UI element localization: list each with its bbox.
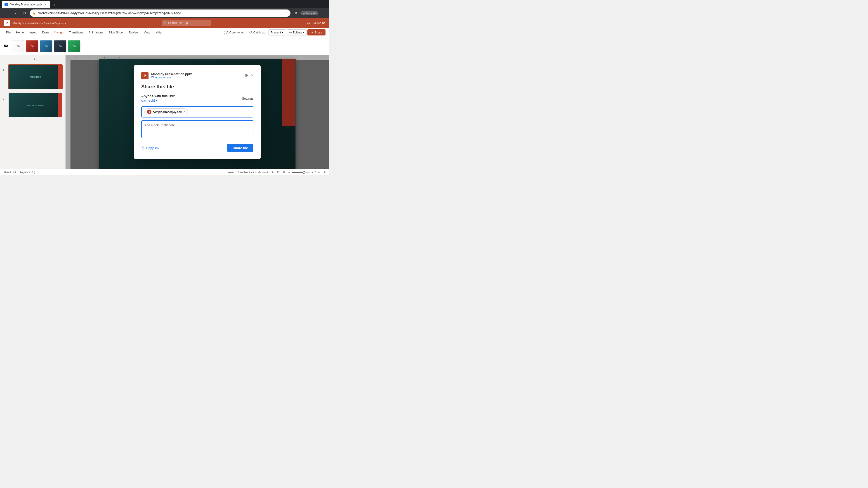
theme-gallery: Aa Aa Aa Aa Aa <box>12 40 81 52</box>
zoom-plus-button[interactable]: + <box>312 171 313 174</box>
share-modal: P Moodjoy Presentation.pptx Who can acce… <box>134 65 260 159</box>
bookmark-icon[interactable]: ☆ <box>285 11 288 15</box>
lock-icon: 🔒 <box>33 11 36 15</box>
modal-app-icon: P <box>141 72 149 79</box>
menu-home[interactable]: Home <box>14 30 26 35</box>
zoom-controls: − + 61% <box>288 171 320 174</box>
zoom-minus-button[interactable]: − <box>288 171 290 174</box>
modal-link-row: Anyone with this link: can edit ▾ Settin… <box>141 94 253 103</box>
incognito-icon: 🕵 <box>302 12 305 15</box>
slide-2-red-dot <box>59 95 61 97</box>
ppt-settings-icon[interactable]: ⚙ <box>307 21 310 25</box>
copy-link-button[interactable]: ⛓ Copy link <box>141 146 159 150</box>
fit-to-window-icon[interactable]: ⊞ <box>323 171 326 174</box>
theme-tile-3[interactable]: Aa <box>40 40 53 52</box>
forward-button[interactable]: › <box>12 9 19 17</box>
new-tab-button[interactable]: + <box>51 2 57 8</box>
theme-tile-4[interactable]: Aa <box>54 40 66 52</box>
save-chevron[interactable]: ▾ <box>65 22 66 25</box>
editor-area: 3 4 5 6 P Moodjoy Presentation.pptx <box>66 55 329 169</box>
address-bar-row: ‹ › ↻ 🔒 dropbox.com/scl/fi/ds8xk05ovlyty… <box>0 8 329 18</box>
notes-button[interactable]: Notes <box>227 171 234 174</box>
menu-file[interactable]: File <box>4 30 13 35</box>
font-preview-label: Aa <box>4 44 8 48</box>
ppt-search-bar[interactable]: 🔍 Search (Alt + Q) <box>162 20 211 26</box>
ppt-main-content: ⊞ 1 Moodjoy 2 <box>0 55 329 169</box>
recipient-remove-button[interactable]: × <box>184 110 185 113</box>
slide-panel: ⊞ 1 Moodjoy 2 <box>0 55 66 169</box>
panel-collapse-icon[interactable]: ⊞ <box>33 58 35 61</box>
slide-info: Slide 1 of 2 <box>4 171 16 174</box>
copy-link-icon: ⛓ <box>141 146 145 150</box>
note-textarea[interactable] <box>141 120 253 138</box>
modal-permission-dropdown[interactable]: can edit ▾ <box>141 98 175 103</box>
slide-2-red-bar <box>58 93 62 117</box>
powerpoint-app: P Moodjoy Presentation - Saved to Dropbo… <box>0 18 329 175</box>
share-label: Share <box>314 31 322 34</box>
share-file-button[interactable]: Share file <box>227 144 253 152</box>
editing-label: Editing <box>293 31 302 34</box>
present-chevron: ▾ <box>282 31 283 34</box>
menu-animations[interactable]: Animations <box>86 30 105 35</box>
theme-gallery-chevron[interactable]: ▾ <box>81 45 82 47</box>
tab-close-button[interactable]: × <box>44 3 48 6</box>
menu-review[interactable]: Review <box>126 30 141 35</box>
browser-menu-button[interactable]: ⋮ <box>319 9 327 17</box>
slide-thumbnail-2[interactable]: 2 Insert the words Here <box>2 92 64 119</box>
feedback-button[interactable]: Give Feedback to Microsoft <box>238 171 268 174</box>
recipient-email: sample@moodjoy.com <box>153 110 182 113</box>
slide-image-2[interactable]: Insert the words Here <box>8 93 63 118</box>
modal-access-link[interactable]: Who can access <box>151 76 242 79</box>
view-grid-icon[interactable]: ⊟ <box>277 171 279 174</box>
view-normal-icon[interactable]: ⊞ <box>272 171 274 174</box>
copy-link-label: Copy link <box>146 146 159 150</box>
recipient-avatar: s <box>147 109 151 114</box>
slide-number-2: 2 <box>3 93 6 100</box>
slide-image-1[interactable]: Moodjoy <box>8 64 63 89</box>
modal-link-prefix: Anyone with this link: <box>141 94 175 98</box>
slide-number-1: 1 <box>3 64 6 72</box>
back-button[interactable]: ‹ <box>3 9 10 17</box>
modal-settings-button[interactable]: ⚙ <box>245 73 248 78</box>
editing-icon: ✏ <box>289 31 292 34</box>
menu-slideshow[interactable]: Slide Show <box>106 30 125 35</box>
address-bar[interactable]: 🔒 dropbox.com/scl/fi/ds8xk05ovlytyxnalh0… <box>30 9 290 17</box>
modal-close-button[interactable]: × <box>251 73 253 78</box>
slide-1-red-dot <box>59 66 61 68</box>
zoom-level: 61% <box>315 171 320 174</box>
modal-recipient-row[interactable]: s sample@moodjoy.com × <box>141 106 253 118</box>
catchup-button[interactable]: ↺ Catch up <box>247 30 268 35</box>
active-tab[interactable]: D Moodjoy Presentation.pptx × <box>2 1 50 8</box>
view-reader-icon[interactable]: ⊠ <box>283 171 285 174</box>
zoom-thumb <box>303 171 305 174</box>
extensions-button[interactable]: ⧉ <box>292 9 300 17</box>
ppt-title-group: Moodjoy Presentation - Saved to Dropbox … <box>13 21 66 25</box>
comments-label: Comments <box>229 31 244 34</box>
slide-1-red-bar <box>58 65 62 89</box>
menu-transitions[interactable]: Transitions <box>67 30 86 35</box>
menu-view[interactable]: View <box>142 30 152 35</box>
menu-draw[interactable]: Draw <box>40 30 51 35</box>
theme-tile-2[interactable]: Aa <box>26 40 38 52</box>
theme-tile-1[interactable]: Aa <box>12 40 24 52</box>
editing-button[interactable]: ✏ Editing ▾ <box>287 29 307 35</box>
slide-2-title: Insert the words Here <box>27 104 44 106</box>
modal-overlay: P Moodjoy Presentation.pptx Who can acce… <box>66 55 329 169</box>
menu-design[interactable]: Design <box>52 30 66 35</box>
comments-icon: 💬 <box>224 31 228 35</box>
comments-button[interactable]: 💬 Comments <box>221 30 246 35</box>
browser-tab-bar: D Moodjoy Presentation.pptx × + <box>0 0 329 8</box>
zoom-slider[interactable] <box>292 172 310 173</box>
theme-tile-5[interactable]: Aa <box>68 40 81 52</box>
ppt-doc-title: Moodjoy Presentation <box>13 22 41 25</box>
share-button[interactable]: ↗ Share <box>307 29 326 35</box>
slide-thumbnail-1[interactable]: 1 Moodjoy <box>2 64 64 90</box>
refresh-button[interactable]: ↻ <box>21 9 28 17</box>
ppt-save-status: Saved to Dropbox <box>44 22 64 25</box>
modal-header: P Moodjoy Presentation.pptx Who can acce… <box>141 72 253 79</box>
modal-settings-link[interactable]: Settings <box>242 97 253 100</box>
menu-help[interactable]: Help <box>153 30 164 35</box>
modal-header-icons: ⚙ × <box>245 73 253 78</box>
present-button[interactable]: Present ▾ <box>268 29 286 35</box>
menu-insert[interactable]: Insert <box>27 30 39 35</box>
